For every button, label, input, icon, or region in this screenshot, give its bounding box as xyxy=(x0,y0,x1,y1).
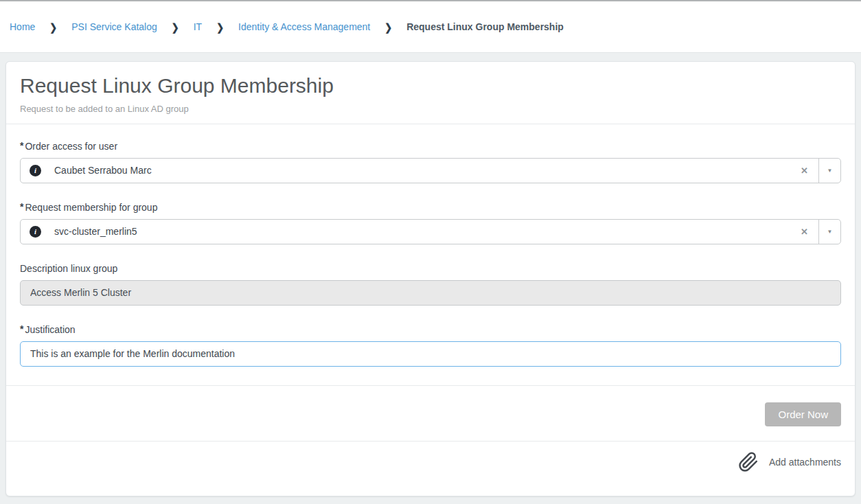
chevron-down-icon: ▼ xyxy=(827,229,833,235)
add-attachments-label: Add attachments xyxy=(769,457,841,468)
field-request-membership-for-group: * Request membership for group i svc-clu… xyxy=(20,202,841,244)
paperclip-icon xyxy=(738,452,759,472)
page-subtitle: Request to be added to an Linux AD group xyxy=(20,104,841,114)
group-reference-picker[interactable]: i svc-cluster_merlin5 ✕ ▼ xyxy=(20,219,841,244)
field-label: * Order access for user xyxy=(20,141,841,152)
clear-icon[interactable]: ✕ xyxy=(790,227,818,237)
justification-input[interactable] xyxy=(20,341,841,367)
required-asterisk: * xyxy=(20,202,23,211)
catalog-form: * Order access for user i Caubet Serrabo… xyxy=(6,124,855,385)
order-access-value: Caubet Serrabou Marc xyxy=(54,165,790,176)
field-label: Description linux group xyxy=(20,263,841,274)
breadcrumb-current-item: Request Linux Group Membership xyxy=(406,21,564,32)
order-access-reference-picker[interactable]: i Caubet Serrabou Marc ✕ ▼ xyxy=(20,158,841,183)
required-asterisk: * xyxy=(20,324,23,334)
field-description-linux-group: Description linux group xyxy=(20,263,841,306)
clear-icon[interactable]: ✕ xyxy=(790,165,818,176)
card-header: Request Linux Group Membership Request t… xyxy=(6,62,855,124)
chevron-right-icon: ❯ xyxy=(216,21,224,32)
page-title: Request Linux Group Membership xyxy=(20,72,841,100)
attachments-row: Add attachments xyxy=(6,442,855,496)
dropdown-toggle[interactable]: ▼ xyxy=(818,159,840,183)
description-label: Description linux group xyxy=(20,263,117,274)
breadcrumb-link-it[interactable]: IT xyxy=(194,21,202,32)
group-label: Request membership for group xyxy=(25,202,157,213)
field-label: * Request membership for group xyxy=(20,202,841,213)
group-value: svc-cluster_merlin5 xyxy=(54,226,790,237)
description-input xyxy=(20,280,841,306)
breadcrumb-link-home[interactable]: Home xyxy=(10,21,35,32)
breadcrumb: Home ❯ PSI Service Katalog ❯ IT ❯ Identi… xyxy=(0,1,861,53)
field-order-access-for-user: * Order access for user i Caubet Serrabo… xyxy=(20,141,841,183)
field-label: * Justification xyxy=(20,324,841,335)
required-asterisk: * xyxy=(20,141,23,150)
breadcrumb-link-psi-service-katalog[interactable]: PSI Service Katalog xyxy=(71,21,157,32)
dropdown-toggle[interactable]: ▼ xyxy=(818,220,840,244)
add-attachments-button[interactable]: Add attachments xyxy=(738,452,841,472)
catalog-item-card: Request Linux Group Membership Request t… xyxy=(5,61,856,496)
order-access-label: Order access for user xyxy=(25,141,117,152)
chevron-right-icon: ❯ xyxy=(172,21,179,32)
chevron-down-icon: ▼ xyxy=(827,168,833,174)
field-justification: * Justification xyxy=(20,324,841,367)
actions-row: Order Now xyxy=(6,386,855,441)
chevron-right-icon: ❯ xyxy=(49,21,57,32)
info-icon[interactable]: i xyxy=(30,165,41,176)
info-icon[interactable]: i xyxy=(30,226,41,238)
breadcrumb-link-identity-access-management[interactable]: Identity & Access Management xyxy=(238,21,370,32)
order-now-button[interactable]: Order Now xyxy=(765,402,841,426)
chevron-right-icon: ❯ xyxy=(384,21,392,32)
justification-label: Justification xyxy=(25,324,75,335)
